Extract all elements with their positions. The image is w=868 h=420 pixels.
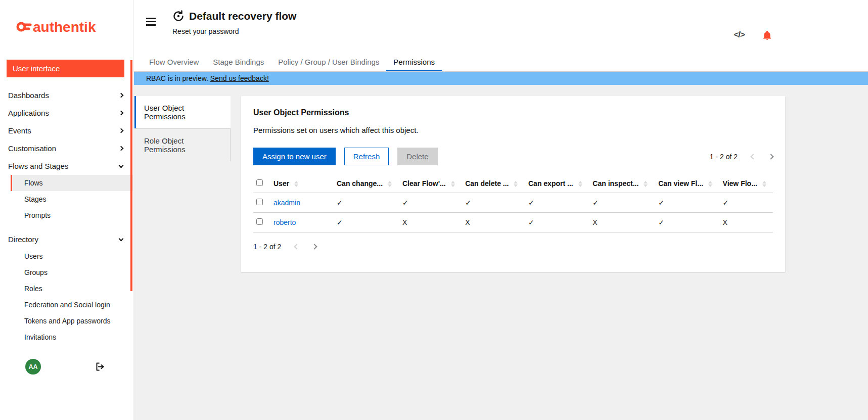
page-header: Default recovery flow Reset your passwor… xyxy=(134,0,868,53)
permission-granted-mark: ✓ xyxy=(462,193,525,213)
side-tab-user-object-permissions[interactable]: User Object Permissions xyxy=(134,96,231,128)
sort-icon[interactable] xyxy=(294,181,298,187)
refresh-button[interactable]: Refresh xyxy=(344,148,389,165)
column-header-can-inspect[interactable]: Can inspect... xyxy=(589,174,655,193)
sidebar-item-label: Customisation xyxy=(8,144,56,153)
sort-icon[interactable] xyxy=(578,181,582,187)
card-title: User Object Permissions xyxy=(253,108,773,117)
pagination-top: 1 - 2 of 2 xyxy=(710,153,773,161)
table-row-akadmin: akadmin✓✓✓✓✓✓✓ xyxy=(253,193,773,213)
column-label: Can inspect... xyxy=(592,179,638,188)
flow-icon xyxy=(172,10,185,22)
sidebar-item-events[interactable]: Events xyxy=(0,122,133,139)
page-title: Default recovery flow xyxy=(189,10,296,22)
sidebar-item-applications[interactable]: Applications xyxy=(0,104,133,122)
chevron-down-icon xyxy=(119,236,124,241)
permission-granted-mark: ✓ xyxy=(589,193,655,213)
select-all-checkbox[interactable] xyxy=(256,179,263,186)
row-checkbox[interactable] xyxy=(256,218,263,225)
sidebar-item-flows-and-stages[interactable]: Flows and Stages xyxy=(0,157,133,175)
main-area: Default recovery flow Reset your passwor… xyxy=(134,0,868,420)
user-link[interactable]: akadmin xyxy=(273,199,300,207)
permission-granted-mark: ✓ xyxy=(334,193,399,213)
permission-granted-mark: ✓ xyxy=(655,213,719,232)
column-label: View Flo... xyxy=(723,179,757,188)
permission-granted-mark: ✓ xyxy=(655,193,719,213)
tab-flow-overview[interactable]: Flow Overview xyxy=(142,53,206,71)
column-header-can-delete[interactable]: Can delete ... xyxy=(462,174,525,193)
column-header-can-change[interactable]: Can change... xyxy=(334,174,399,193)
permission-granted-mark: ✓ xyxy=(720,193,773,213)
sidebar-item-dashboards[interactable]: Dashboards xyxy=(0,86,133,104)
column-label: Can delete ... xyxy=(465,179,509,188)
sidebar-subitem-prompts[interactable]: Prompts xyxy=(11,207,133,223)
sort-icon[interactable] xyxy=(644,181,648,187)
feedback-link[interactable]: Send us feedback! xyxy=(210,74,269,82)
column-header-clear-flow[interactable]: Clear Flow'... xyxy=(399,174,462,193)
chevron-right-icon xyxy=(119,111,124,116)
pagination-bottom: 1 - 2 of 2 xyxy=(253,243,773,251)
sort-icon[interactable] xyxy=(708,181,712,187)
tab-permissions[interactable]: Permissions xyxy=(386,53,442,71)
sidebar-subitem-federation-and-social-login[interactable]: Federation and Social login xyxy=(11,297,133,313)
user-interface-button[interactable]: User interface xyxy=(7,60,124,77)
sidebar-subitem-roles[interactable]: Roles xyxy=(11,281,133,297)
sidebar-item-label: Dashboards xyxy=(8,91,49,100)
sidebar-subitem-stages[interactable]: Stages xyxy=(11,191,133,207)
notification-bell-icon[interactable] xyxy=(762,30,772,40)
logout-icon[interactable] xyxy=(95,361,106,372)
permission-denied-mark: X xyxy=(589,213,655,232)
column-header-can-view-fl[interactable]: Can view Fl... xyxy=(655,174,719,193)
sidebar-item-customisation[interactable]: Customisation xyxy=(0,139,133,157)
permission-tabs: User Object PermissionsRole Object Permi… xyxy=(134,96,231,161)
tab-stage-bindings[interactable]: Stage Bindings xyxy=(206,53,271,71)
sort-icon[interactable] xyxy=(451,181,455,187)
sidebar-footer: AA xyxy=(0,359,133,375)
sidebar-item-label: Applications xyxy=(8,109,49,117)
sidebar: authentik User interface DashboardsAppli… xyxy=(0,0,133,420)
delete-button[interactable]: Delete xyxy=(397,148,437,165)
sort-icon[interactable] xyxy=(514,181,518,187)
permission-denied-mark: X xyxy=(399,213,462,232)
column-label: Can view Fl... xyxy=(658,179,703,188)
column-label: User xyxy=(273,179,289,188)
column-label: Can change... xyxy=(337,179,383,188)
sidebar-item-label: Flows and Stages xyxy=(8,162,68,170)
chevron-down-icon xyxy=(119,163,124,168)
sidebar-item-directory[interactable]: Directory xyxy=(0,230,133,248)
previous-page-icon[interactable] xyxy=(750,154,756,159)
column-header-can-export[interactable]: Can export ... xyxy=(525,174,589,193)
sidebar-item-label: Directory xyxy=(8,235,38,244)
table-body: akadmin✓✓✓✓✓✓✓roberto✓XX✓X✓X xyxy=(253,193,773,232)
sidebar-subitem-flows[interactable]: Flows xyxy=(11,175,133,191)
chevron-right-icon xyxy=(119,128,124,133)
banner-text: RBAC is in preview. xyxy=(146,74,210,82)
api-code-icon[interactable]: </> xyxy=(734,30,745,40)
permission-granted-mark: ✓ xyxy=(334,213,399,232)
sidebar-subitem-invitations[interactable]: Invitations xyxy=(11,329,133,345)
authentik-logo-icon: authentik xyxy=(15,17,118,36)
column-header-user[interactable]: User xyxy=(270,174,334,193)
sidebar-subitem-groups[interactable]: Groups xyxy=(11,264,133,281)
content-area: User Object PermissionsRole Object Permi… xyxy=(134,85,868,420)
user-link[interactable]: roberto xyxy=(273,218,296,226)
hamburger-menu-icon[interactable] xyxy=(146,18,156,26)
tab-policy-group-user-bindings[interactable]: Policy / Group / User Bindings xyxy=(271,53,386,71)
sidebar-subitem-users[interactable]: Users xyxy=(11,248,133,264)
sort-icon[interactable] xyxy=(762,181,766,187)
sidebar-nav: DashboardsApplicationsEventsCustomisatio… xyxy=(0,86,133,345)
column-header-view-flo[interactable]: View Flo... xyxy=(720,174,773,193)
sidebar-subitem-tokens-and-app-passwords[interactable]: Tokens and App passwords xyxy=(11,313,133,329)
sidebar-scroll-accent xyxy=(130,60,132,291)
side-tab-role-object-permissions[interactable]: Role Object Permissions xyxy=(134,128,231,161)
row-checkbox[interactable] xyxy=(256,199,263,205)
next-page-icon[interactable] xyxy=(768,154,773,159)
table-row-roberto: roberto✓XX✓X✓X xyxy=(253,213,773,232)
sort-icon[interactable] xyxy=(388,181,392,187)
avatar[interactable]: AA xyxy=(25,359,41,375)
assign-to-new-user-button[interactable]: Assign to new user xyxy=(253,148,336,165)
pagination-label: 1 - 2 of 2 xyxy=(253,243,281,251)
next-page-icon[interactable] xyxy=(312,244,317,249)
pagination-label: 1 - 2 of 2 xyxy=(710,153,738,161)
previous-page-icon[interactable] xyxy=(294,244,300,249)
